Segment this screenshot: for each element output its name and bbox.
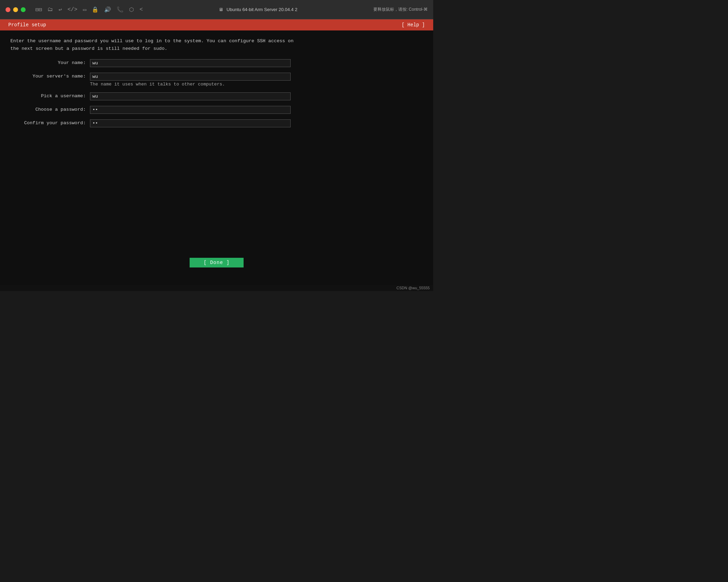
- vm-screen: Profile setup [ Help ] Enter the usernam…: [0, 19, 433, 291]
- minimize-button[interactable]: [13, 7, 18, 12]
- window-title: 🖥 Ubuntu 64-bit Arm Server 20.04.4 2: [147, 7, 369, 12]
- confirm-password-label: Confirm your password:: [10, 119, 90, 126]
- form-rows: Your name: Your server's name: The name …: [10, 59, 423, 133]
- lock-icon[interactable]: 🔒: [92, 6, 99, 13]
- spacer: [10, 133, 423, 258]
- confirm-password-row: Confirm your password:: [10, 119, 423, 127]
- password-input-wrapper: [90, 106, 291, 114]
- snapshot-icon[interactable]: 🗂: [47, 6, 53, 13]
- username-label: Pick a username:: [10, 92, 90, 99]
- profile-setup-title: Profile setup: [8, 22, 46, 28]
- confirm-password-input[interactable]: [90, 119, 291, 127]
- description-line2: the next screen but a password is still …: [10, 45, 294, 53]
- your-name-label: Your name:: [10, 59, 90, 65]
- done-button[interactable]: [ Done ]: [190, 258, 243, 267]
- description: Enter the username and password you will…: [10, 37, 294, 52]
- password-label: Choose a password:: [10, 106, 90, 112]
- code-icon[interactable]: </>: [67, 7, 78, 13]
- your-name-input-wrapper: [90, 59, 291, 67]
- button-area: [ Done ]: [10, 258, 423, 278]
- help-button[interactable]: [ Help ]: [402, 22, 425, 28]
- username-input-wrapper: [90, 92, 291, 100]
- sidebar-toggle-icon[interactable]: ⊟⊟: [35, 6, 42, 13]
- server-name-input[interactable]: [90, 73, 291, 81]
- toolbar-icons: ⊟⊟ 🗂 ↩ </> ▭ 🔒 🔊 📞 ⬡ <: [35, 6, 143, 13]
- form-area: Enter the username and password you will…: [0, 30, 433, 285]
- username-input[interactable]: [90, 92, 291, 100]
- settings-icon[interactable]: ↩: [58, 6, 62, 13]
- password-row: Choose a password:: [10, 106, 423, 114]
- vm-icon: 🖥: [219, 7, 223, 12]
- your-name-input[interactable]: [90, 59, 291, 67]
- server-name-row: Your server's name: The name it uses whe…: [10, 73, 423, 91]
- status-bar: CSDN @wu_55555: [0, 285, 433, 291]
- phone-icon[interactable]: 📞: [117, 6, 124, 13]
- profile-setup-header: Profile setup [ Help ]: [0, 19, 433, 30]
- audio-icon[interactable]: 🔊: [104, 6, 111, 13]
- maximize-button[interactable]: [21, 7, 26, 12]
- server-name-label: Your server's name:: [10, 73, 90, 79]
- traffic-lights: [6, 7, 26, 12]
- close-button[interactable]: [6, 7, 10, 12]
- confirm-password-input-wrapper: [90, 119, 291, 127]
- server-name-hint: The name it uses when it talks to other …: [90, 82, 291, 87]
- release-mouse-hint: 要释放鼠标，请按: Control-⌘: [373, 7, 428, 12]
- back-icon[interactable]: <: [139, 7, 143, 13]
- share-icon[interactable]: ⬡: [129, 6, 134, 13]
- disk-icon[interactable]: ▭: [83, 6, 87, 13]
- server-name-input-wrapper: The name it uses when it talks to other …: [90, 73, 291, 91]
- window-chrome: ⊟⊟ 🗂 ↩ </> ▭ 🔒 🔊 📞 ⬡ < 🖥 Ubuntu 64-bit A…: [0, 0, 433, 19]
- your-name-row: Your name:: [10, 59, 423, 67]
- description-line1: Enter the username and password you will…: [10, 37, 294, 45]
- username-row: Pick a username:: [10, 92, 423, 100]
- password-input[interactable]: [90, 106, 291, 114]
